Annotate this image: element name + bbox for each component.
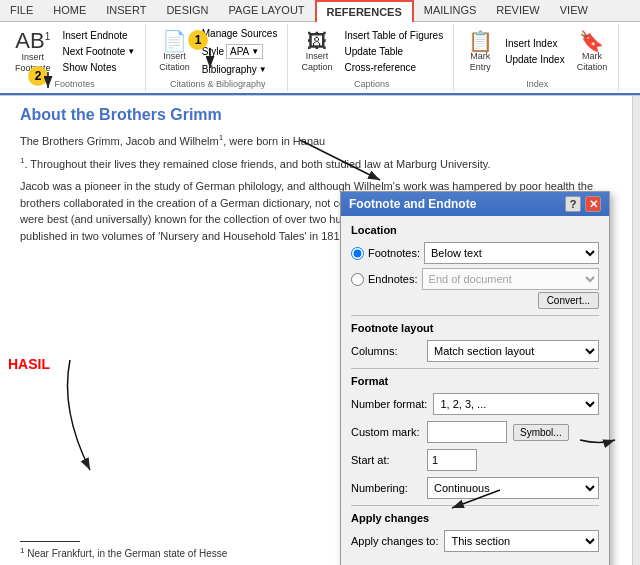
insert-endnote-label: Insert Endnote [63, 30, 128, 41]
caption-icon: 🖼 [307, 31, 327, 51]
insert-table-figures-label: Insert Table of Figures [344, 30, 443, 41]
captions-items: 🖼 Insert Caption Insert Table of Figures… [296, 26, 447, 77]
footnote-sub-btns: Insert Endnote Next Footnote ▼ Show Note… [59, 28, 140, 75]
next-footnote-btn[interactable]: Next Footnote ▼ [59, 44, 140, 59]
style-dropdown-icon: ▼ [251, 47, 259, 56]
tab-insert[interactable]: INSERT [96, 0, 156, 21]
footnote-text: 1 Near Frankfurt, in the German state of… [20, 546, 227, 559]
manage-sources-btn[interactable]: Manage Sources [198, 26, 282, 41]
insert-index-label: Insert Index [505, 38, 557, 49]
insert-table-figures-btn[interactable]: Insert Table of Figures [340, 28, 447, 43]
update-index-btn[interactable]: Update Index [501, 52, 569, 67]
mark-entry-icon: 📋 [468, 31, 493, 51]
insert-index-btn[interactable]: Insert Index [501, 36, 569, 51]
convert-btn[interactable]: Convert... [538, 292, 599, 309]
doc-paragraph-1: The Brothers Grimm, Jacob and Wilhelm1, … [20, 132, 612, 149]
footnote-separator [20, 541, 80, 542]
mark-entry-btn[interactable]: 📋 Mark Entry [462, 28, 498, 76]
badge-2: 2 [28, 66, 48, 86]
custom-mark-input[interactable] [427, 421, 507, 443]
number-format-select[interactable]: 1, 2, 3, ... [433, 393, 599, 415]
convert-row: Convert... [351, 292, 599, 309]
endnotes-radio-row: Endnotes: End of document [351, 268, 599, 290]
index-items: 📋 Mark Entry Insert Index Update Index 🔖… [462, 26, 612, 77]
footnotes-select[interactable]: Below text [424, 242, 599, 264]
tab-design[interactable]: DESIGN [156, 0, 218, 21]
bibliography-btn[interactable]: Bibliography ▼ [198, 62, 282, 77]
insert-caption-btn[interactable]: 🖼 Insert Caption [296, 28, 337, 76]
numbering-row: Numbering: Continuous [351, 477, 599, 499]
dialog-title-buttons: ? ✕ [565, 196, 601, 212]
citations-sub-btns: Manage Sources Style APA ▼ Bibliography … [198, 26, 282, 77]
doc-p1-cont: , were born in Hanau [223, 135, 325, 147]
mark-entry-label: Mark Entry [470, 51, 491, 73]
doc-p1-text: The Brothers Grimm, Jacob and Wilhelm [20, 135, 219, 147]
columns-row: Columns: Match section layout [351, 340, 599, 362]
insert-endnote-btn[interactable]: Insert Endnote [59, 28, 140, 43]
symbol-btn[interactable]: Symbol... [513, 424, 569, 441]
footnote-icon: AB1 [15, 30, 50, 52]
style-selector[interactable]: Style APA ▼ [198, 42, 282, 61]
tab-home[interactable]: HOME [43, 0, 96, 21]
hasil-label: HASIL [8, 356, 50, 372]
insert-caption-label: Insert Caption [301, 51, 332, 73]
style-label: Style [202, 46, 224, 57]
index-group-label: Index [526, 79, 548, 89]
tab-mailings[interactable]: MAILINGS [414, 0, 487, 21]
tab-view[interactable]: VIEW [550, 0, 598, 21]
endnotes-radio[interactable] [351, 273, 364, 286]
style-value: APA [230, 46, 249, 57]
style-box[interactable]: APA ▼ [226, 44, 263, 59]
apply-to-label: Apply changes to: [351, 535, 438, 547]
group-footnotes: AB1 Insert Footnote Insert Endnote Next … [4, 24, 146, 91]
show-notes-btn[interactable]: Show Notes [59, 60, 140, 75]
ribbon: FILE HOME INSERT DESIGN PAGE LAYOUT REFE… [0, 0, 640, 96]
citations-items: 📄 Insert Citation Manage Sources Style A… [154, 26, 281, 77]
numbering-select[interactable]: Continuous [427, 477, 599, 499]
citation-icon: 📄 [162, 31, 187, 51]
tab-references[interactable]: REFERENCES [315, 0, 414, 22]
citations-group-label: Citations & Bibliography [170, 79, 266, 89]
group-captions: 🖼 Insert Caption Insert Table of Figures… [290, 24, 454, 91]
tab-review[interactable]: REVIEW [486, 0, 549, 21]
tab-file[interactable]: FILE [0, 0, 43, 21]
footnote-area: 1 Near Frankfurt, in the German state of… [20, 533, 227, 559]
doc-paragraph-2: 1. Throughout their lives they remained … [20, 155, 612, 172]
dialog-body: Location Footnotes: Below text Endnotes:… [341, 216, 609, 565]
columns-select[interactable]: Match section layout [427, 340, 599, 362]
footnote-sup: 1 [20, 546, 24, 555]
ribbon-body: AB1 Insert Footnote Insert Endnote Next … [0, 22, 640, 95]
apply-to-select[interactable]: This section [444, 530, 599, 552]
main-area: About the Brothers Grimm The Brothers Gr… [0, 96, 640, 565]
update-table-btn[interactable]: Update Table [340, 44, 447, 59]
mark-citation-btn[interactable]: 🔖 Mark Citation [572, 28, 613, 76]
format-label: Format [351, 375, 599, 387]
dialog-titlebar[interactable]: Footnote and Endnote ? ✕ [341, 192, 609, 216]
start-at-input[interactable] [427, 449, 477, 471]
doc-p2-text: . Throughout their lives they remained c… [24, 158, 490, 170]
columns-label: Columns: [351, 345, 421, 357]
cross-reference-btn[interactable]: Cross-reference [340, 60, 447, 75]
footnotes-radio-label: Footnotes: [368, 247, 420, 259]
dialog-help-btn[interactable]: ? [565, 196, 581, 212]
footnotes-radio[interactable] [351, 247, 364, 260]
start-at-row: Start at: [351, 449, 599, 471]
badge-1: 1 [188, 30, 208, 50]
ribbon-tabs: FILE HOME INSERT DESIGN PAGE LAYOUT REFE… [0, 0, 640, 22]
tab-page-layout[interactable]: PAGE LAYOUT [219, 0, 315, 21]
number-format-label: Number format: [351, 398, 427, 410]
footnote-main: Near Frankfurt, in the German state of H… [27, 548, 227, 559]
mark-citation-icon: 🔖 [579, 31, 604, 51]
footnote-endnote-dialog: Footnote and Endnote ? ✕ Location Footno… [340, 191, 610, 565]
number-format-row: Number format: 1, 2, 3, ... [351, 393, 599, 415]
footnotes-group-label: Footnotes [55, 79, 95, 89]
right-margin [632, 96, 640, 565]
captions-group-label: Captions [354, 79, 390, 89]
divider-1 [351, 315, 599, 316]
endnotes-radio-label: Endnotes: [368, 273, 418, 285]
dialog-close-btn[interactable]: ✕ [585, 196, 601, 212]
apply-changes-label: Apply changes [351, 512, 599, 524]
footnote-layout-label: Footnote layout [351, 322, 599, 334]
update-index-label: Update Index [505, 54, 565, 65]
endnotes-select[interactable]: End of document [422, 268, 599, 290]
